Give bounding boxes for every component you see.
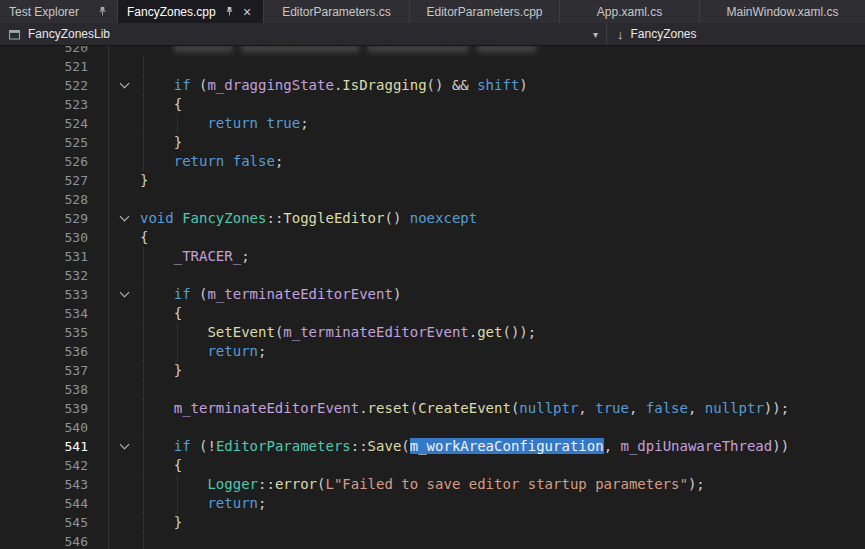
code-lines: 520 xxxxxxx xxxxxxxxxxxxxx xxxxxxxxxxxx …	[0, 46, 865, 549]
code-line[interactable]: 525 }	[0, 133, 865, 152]
code-line[interactable]: 542 {	[0, 456, 865, 475]
indent-guide	[177, 475, 178, 494]
code-line[interactable]: 541 if (!EditorParameters::Save(m_workAr…	[0, 437, 865, 456]
tab-fancyzones-cpp[interactable]: FancyZones.cpp ×	[118, 0, 264, 23]
code-line[interactable]: 539 m_terminateEditorEvent.reset(CreateE…	[0, 399, 865, 418]
pin-icon[interactable]	[224, 6, 235, 17]
code-line[interactable]: 540	[0, 418, 865, 437]
indent-guide	[177, 342, 178, 361]
code-text	[140, 266, 865, 285]
code-line[interactable]: 544 return;	[0, 494, 865, 513]
close-icon[interactable]: ×	[240, 5, 254, 19]
code-line[interactable]: 529void FancyZones::ToggleEditor() noexc…	[0, 209, 865, 228]
code-line[interactable]: 523 {	[0, 95, 865, 114]
fold-chevron-icon[interactable]	[108, 285, 140, 304]
line-number[interactable]: 539	[0, 399, 108, 418]
code-text: m_terminateEditorEvent.reset(CreateEvent…	[140, 399, 865, 418]
fold-chevron-icon[interactable]	[108, 437, 140, 456]
code-line[interactable]: 524 return true;	[0, 114, 865, 133]
indent-guide	[143, 456, 144, 475]
line-number[interactable]: 527	[0, 171, 108, 190]
code-line[interactable]: 536 return;	[0, 342, 865, 361]
code-text: }	[140, 361, 865, 380]
tab-editorparameters-cs[interactable]: EditorParameters.cs	[264, 0, 410, 23]
line-number[interactable]: 531	[0, 247, 108, 266]
code-line[interactable]: 530{	[0, 228, 865, 247]
indent-guide	[143, 323, 144, 342]
line-number[interactable]: 543	[0, 475, 108, 494]
tab-app-xaml-cs[interactable]: App.xaml.cs	[560, 0, 700, 23]
line-number[interactable]: 522	[0, 76, 108, 95]
code-text: {	[140, 304, 865, 323]
code-line[interactable]: 526 return false;	[0, 152, 865, 171]
line-number[interactable]: 520	[0, 46, 108, 57]
line-number[interactable]: 538	[0, 380, 108, 399]
fold-spacer	[108, 342, 140, 361]
indent-guide	[143, 399, 144, 418]
fold-spacer	[108, 532, 140, 549]
code-text: return;	[140, 494, 865, 513]
tab-mainwindow-xaml-cs[interactable]: MainWindow.xaml.cs	[700, 0, 865, 23]
project-icon	[8, 28, 21, 41]
code-line[interactable]: 543 Logger::error(L"Failed to save edito…	[0, 475, 865, 494]
code-text: SetEvent(m_terminateEditorEvent.get());	[140, 323, 865, 342]
navigation-bar: FancyZonesLib ▾ ↓ FancyZones	[0, 23, 865, 46]
indent-guide	[143, 342, 144, 361]
pin-icon[interactable]	[97, 6, 108, 17]
line-number[interactable]: 530	[0, 228, 108, 247]
tab-label: FancyZones.cpp	[127, 5, 216, 19]
project-dropdown[interactable]: FancyZonesLib ▾	[0, 23, 606, 45]
line-number[interactable]: 533	[0, 285, 108, 304]
code-line[interactable]: 527}	[0, 171, 865, 190]
line-number[interactable]: 529	[0, 209, 108, 228]
code-line[interactable]: 532	[0, 266, 865, 285]
fold-chevron-icon[interactable]	[108, 209, 140, 228]
line-number[interactable]: 540	[0, 418, 108, 437]
tab-editorparameters-cpp[interactable]: EditorParameters.cpp	[410, 0, 560, 23]
fold-spacer	[108, 323, 140, 342]
fold-spacer	[108, 46, 140, 57]
line-number[interactable]: 524	[0, 114, 108, 133]
code-line[interactable]: 528	[0, 190, 865, 209]
code-line[interactable]: 537 }	[0, 361, 865, 380]
line-number[interactable]: 528	[0, 190, 108, 209]
fold-chevron-icon[interactable]	[108, 76, 140, 95]
fold-spacer	[108, 380, 140, 399]
line-number[interactable]: 537	[0, 361, 108, 380]
code-text: return true;	[140, 114, 865, 133]
line-number[interactable]: 532	[0, 266, 108, 285]
code-text	[140, 190, 865, 209]
line-number[interactable]: 521	[0, 57, 108, 76]
indent-guide	[143, 418, 144, 437]
line-number[interactable]: 541	[0, 437, 108, 456]
line-number[interactable]: 546	[0, 532, 108, 549]
code-line[interactable]: 531 _TRACER_;	[0, 247, 865, 266]
line-number[interactable]: 523	[0, 95, 108, 114]
line-number[interactable]: 534	[0, 304, 108, 323]
code-text: return false;	[140, 152, 865, 171]
code-line[interactable]: 538	[0, 380, 865, 399]
member-dropdown[interactable]: ↓ FancyZones	[606, 23, 865, 45]
code-line[interactable]: 522 if (m_draggingState.IsDragging() && …	[0, 76, 865, 95]
tab-test-explorer[interactable]: Test Explorer	[0, 0, 118, 23]
code-text	[140, 380, 865, 399]
line-number[interactable]: 535	[0, 323, 108, 342]
code-line[interactable]: 546	[0, 532, 865, 549]
code-line[interactable]: 533 if (m_terminateEditorEvent)	[0, 285, 865, 304]
indent-guide	[143, 494, 144, 513]
line-number[interactable]: 536	[0, 342, 108, 361]
code-line[interactable]: 535 SetEvent(m_terminateEditorEvent.get(…	[0, 323, 865, 342]
line-number[interactable]: 545	[0, 513, 108, 532]
code-text: {	[140, 228, 865, 247]
line-number[interactable]: 544	[0, 494, 108, 513]
line-number[interactable]: 542	[0, 456, 108, 475]
tab-label: MainWindow.xaml.cs	[726, 5, 838, 19]
line-number[interactable]: 525	[0, 133, 108, 152]
code-line[interactable]: 534 {	[0, 304, 865, 323]
fold-spacer	[108, 266, 140, 285]
code-line[interactable]: 545 }	[0, 513, 865, 532]
code-line[interactable]: 520 xxxxxxx xxxxxxxxxxxxxx xxxxxxxxxxxx …	[0, 46, 865, 57]
line-number[interactable]: 526	[0, 152, 108, 171]
editor[interactable]: 520 xxxxxxx xxxxxxxxxxxxxx xxxxxxxxxxxx …	[0, 46, 865, 549]
code-line[interactable]: 521	[0, 57, 865, 76]
